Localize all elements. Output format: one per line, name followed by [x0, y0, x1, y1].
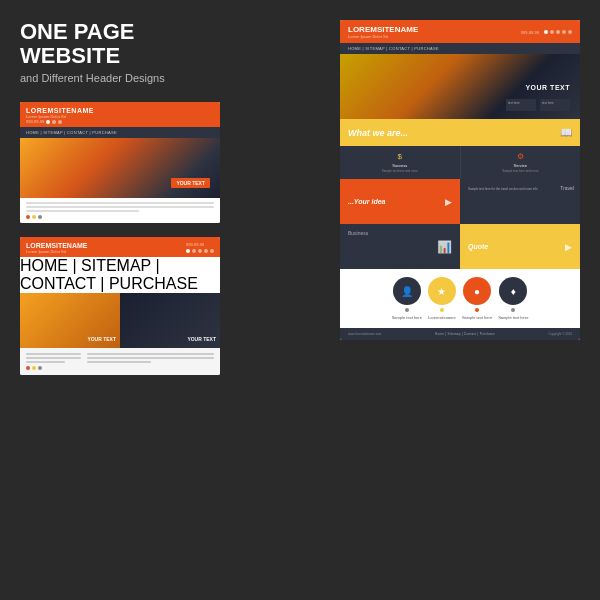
mockup-small-2: LOREMSITENAME Lorem Ipsum Dolor Sit 999-…: [20, 237, 220, 375]
circle-label-1: Sample text here: [392, 315, 422, 320]
mockup2-header: LOREMSITENAME Lorem Ipsum Dolor Sit 999-…: [20, 237, 220, 257]
mockup1-nav-links: HOME | SITEMAP | CONTACT | PURCHASE: [26, 130, 117, 135]
mockup-lg-section1-title: What we are...: [348, 128, 408, 138]
mockup1-line2: [26, 206, 214, 208]
mockup-lg-hero-blocks: text here text here: [506, 99, 570, 111]
mockup-lg-section1: What we are... 📖: [340, 119, 580, 146]
hero-block2: text here: [540, 99, 570, 111]
mockup2-sitesub: Lorem Ipsum Dolor Sit: [26, 249, 87, 254]
feature1-label: Success: [345, 163, 455, 168]
mockup2-dot5: [210, 249, 214, 253]
mockup-lg-dots: 999-99-99: [521, 30, 572, 35]
mockup2-text-right: [87, 353, 214, 370]
cell3-label: Business: [348, 230, 368, 236]
left-column: ONE PAGE WEBSITE and Different Header De…: [20, 20, 220, 375]
mockup-large: LOREMSITENAME Lorem Ipsum Dolor Sit 999-…: [340, 20, 580, 340]
arrow-icon-2: ▶: [565, 242, 572, 252]
mockup2-yourtext2: YOUR TEXT: [187, 336, 216, 342]
mockup-lg-hero: YOUR TEXT text here text here: [340, 54, 580, 119]
mockup2-content: [20, 348, 220, 375]
mockup-lg-phone: 999-99-99: [521, 30, 539, 35]
cell2-label: Travel: [560, 185, 574, 191]
mosaic-cell-3: Business 📊: [340, 224, 460, 269]
mockup2-dot4: [204, 249, 208, 253]
mockup1-sitename: LOREMSITENAME: [26, 107, 214, 114]
mockup2-text-left: [26, 353, 81, 370]
mockup-lg-nav-links: HOME | SITEMAP | CONTACT | PURCHASE: [348, 46, 439, 51]
circle-item-4: ♦ Sample text here: [498, 277, 528, 320]
mockup1-dot-yellow: [32, 215, 36, 219]
mockup1-yourtext: YOUR TEXT: [171, 178, 210, 188]
footer-text: www.loremsitename.com: [348, 332, 381, 336]
mockup-small-1: LOREMSITENAME Lorem Ipsum Dolor Sit 999-…: [20, 102, 220, 223]
circle-dot-1: [405, 308, 409, 312]
mockup1-line1: [26, 202, 214, 204]
dollar-icon: $: [345, 152, 455, 161]
lg-dot2: [550, 30, 554, 34]
mockup1-dot-gray: [38, 215, 42, 219]
cell2-desc: Sample text here for the travel section …: [468, 187, 538, 191]
mockup-lg-nav: HOME | SITEMAP | CONTACT | PURCHASE: [340, 43, 580, 54]
cell4-title: Quote: [468, 243, 488, 250]
circle-label-3: Sample text here: [462, 315, 492, 320]
mockup-lg-features: $ Success Sample text here and more ⚙ Se…: [340, 146, 580, 179]
mockup2-dots: [26, 366, 81, 370]
cell1-title: ...Your idea: [348, 198, 385, 205]
circle-item-2: ★ Loremsitename: [428, 277, 456, 320]
feature2-label: Service: [466, 163, 576, 168]
footer-copyright: Copyright © 2014: [549, 332, 572, 336]
mosaic-cell-1: ...Your idea ▶: [340, 179, 460, 224]
arrow-icon-1: ▶: [445, 197, 452, 207]
circle-label-4: Sample text here: [498, 315, 528, 320]
mockup1-contact: 999-99-99: [26, 119, 44, 124]
circle-icon-2: ★: [428, 277, 456, 305]
circle-label-2: Loremsitename: [428, 315, 456, 320]
mockup1-dots: [26, 215, 214, 219]
chart-icon: 📊: [437, 240, 452, 254]
mockup2-line3: [26, 361, 65, 363]
mockup2-dot1: [186, 249, 190, 253]
feature2-desc: Sample text here and more: [466, 169, 576, 173]
mockup1-dot3: [58, 120, 62, 124]
title-block: ONE PAGE WEBSITE and Different Header De…: [20, 20, 220, 84]
lg-dot1: [544, 30, 548, 34]
mockup-lg-circles: 👤 Sample text here ★ Loremsitename ● Sam…: [340, 269, 580, 328]
feature-service: ⚙ Service Sample text here and more: [461, 146, 581, 179]
mockup2-dot2: [192, 249, 196, 253]
footer-links: Home | Sitemap | Contact | Purchase: [435, 332, 495, 336]
mockup1-dot2: [52, 120, 56, 124]
mockup2-sitename: LOREMSITENAME: [26, 242, 87, 249]
mockup1-hero: YOUR TEXT: [20, 138, 220, 198]
mockup-lg-footer: www.loremsitename.com Home | Sitemap | C…: [340, 328, 580, 340]
mockup2-nav: HOME | SITEMAP | CONTACT | PURCHASE: [20, 257, 220, 293]
mockup1-dot-orange: [26, 215, 30, 219]
mockup2-dot-yellow: [32, 366, 36, 370]
feature-success: $ Success Sample text here and more: [340, 146, 461, 179]
mockup-lg-sitename: LOREMSITENAME: [348, 25, 418, 34]
mockup2-dot-orange: [26, 366, 30, 370]
hero-block1: text here: [506, 99, 536, 111]
mockup2-line2: [26, 357, 81, 359]
book-icon: 📖: [560, 127, 572, 138]
mockup2-yourtext1: YOUR TEXT: [87, 336, 116, 342]
mockup2-hero: YOUR TEXT YOUR TEXT: [20, 293, 220, 348]
page-title: ONE PAGE WEBSITE: [20, 20, 220, 68]
mockup2-contact: 999-99-99: [186, 242, 214, 253]
mockup1-gradient: [20, 138, 220, 198]
mockup-lg-yourtext: YOUR TEXT: [525, 83, 570, 90]
mockup2-dot3: [198, 249, 202, 253]
mockup1-line3: [26, 210, 139, 212]
circle-dot-4: [511, 308, 515, 312]
page-subtitle: and Different Header Designs: [20, 72, 220, 84]
mockup1-content: [20, 198, 220, 223]
mosaic-cell-2: Travel Sample text here for the travel s…: [460, 179, 580, 224]
mockup1-header: LOREMSITENAME Lorem Ipsum Dolor Sit 999-…: [20, 102, 220, 127]
mockup2-phone: 999-99-99: [186, 242, 204, 247]
right-column: LOREMSITENAME Lorem Ipsum Dolor Sit 999-…: [340, 20, 580, 340]
mockup2-panel-right: YOUR TEXT: [120, 293, 220, 348]
lg-dot4: [562, 30, 566, 34]
circle-icon-1: 👤: [393, 277, 421, 305]
mockup1-dot1: [46, 120, 50, 124]
mockup2-panel-left: YOUR TEXT: [20, 293, 120, 348]
circle-dot-3: [475, 308, 479, 312]
